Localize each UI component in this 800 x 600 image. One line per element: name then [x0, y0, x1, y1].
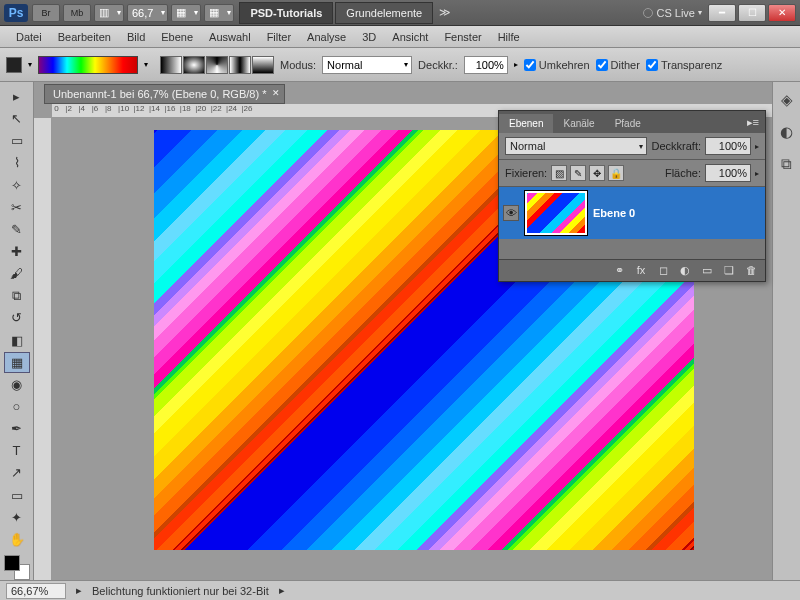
color-swatches[interactable]: [4, 555, 30, 580]
new-layer-icon[interactable]: ❏: [721, 264, 737, 277]
layer-row[interactable]: 👁 Ebene 0: [499, 187, 765, 239]
workspace-tab-active[interactable]: PSD-Tutorials: [239, 2, 333, 24]
menu-analyse[interactable]: Analyse: [299, 28, 354, 46]
zoom-dropdown[interactable]: 66,7: [127, 4, 168, 22]
lock-all-icon[interactable]: 🔒: [608, 165, 624, 181]
minibridge-button[interactable]: Mb: [63, 4, 91, 22]
more-workspaces[interactable]: ≫: [433, 6, 457, 19]
menu-fenster[interactable]: Fenster: [436, 28, 489, 46]
eyedropper-tool[interactable]: ✎: [4, 219, 30, 240]
group-icon[interactable]: ▭: [699, 264, 715, 277]
menu-ebene[interactable]: Ebene: [153, 28, 201, 46]
blur-tool[interactable]: ◉: [4, 374, 30, 395]
menu-auswahl[interactable]: Auswahl: [201, 28, 259, 46]
layer-name[interactable]: Ebene 0: [593, 207, 635, 219]
link-icon[interactable]: ⚭: [611, 264, 627, 277]
dodge-tool[interactable]: ○: [4, 396, 30, 417]
adjustments-icon[interactable]: ◐: [777, 122, 797, 142]
gradient-tool[interactable]: ▦: [4, 352, 30, 373]
gradient-preview[interactable]: [38, 56, 138, 74]
title-bar: Ps Br Mb ▥ 66,7 ▦ ▦ PSD-Tutorials Grunde…: [0, 0, 800, 26]
app-logo: Ps: [4, 4, 28, 22]
workspace-tab[interactable]: Grundelemente: [335, 2, 433, 24]
status-more-icon[interactable]: ▸: [279, 584, 285, 597]
document-tab[interactable]: Unbenannt-1 bei 66,7% (Ebene 0, RGB/8) *…: [44, 84, 285, 104]
lasso-tool[interactable]: ⌇: [4, 152, 30, 173]
stamp-tool[interactable]: ⧉: [4, 285, 30, 306]
gradient-linear[interactable]: [160, 56, 182, 74]
collapse-icon[interactable]: ▸: [4, 86, 30, 107]
fx-icon[interactable]: fx: [633, 264, 649, 277]
zoom-input[interactable]: 66,67%: [6, 583, 66, 599]
menu-bearbeiten[interactable]: Bearbeiten: [50, 28, 119, 46]
fill-input[interactable]: 100%: [705, 164, 751, 182]
shape-tool[interactable]: ▭: [4, 485, 30, 506]
layer-opacity-input[interactable]: 100%: [705, 137, 751, 155]
hand-tool[interactable]: ✋: [4, 529, 30, 550]
gradient-radial[interactable]: [183, 56, 205, 74]
menu-filter[interactable]: Filter: [259, 28, 299, 46]
brush-tool[interactable]: 🖌: [4, 263, 30, 284]
bridge-button[interactable]: Br: [32, 4, 60, 22]
lock-position-icon[interactable]: ✥: [589, 165, 605, 181]
menu-bar: Datei Bearbeiten Bild Ebene Auswahl Filt…: [0, 26, 800, 48]
mask-icon[interactable]: ◻: [655, 264, 671, 277]
layer-opacity-label: Deckkraft:: [651, 140, 701, 152]
reverse-checkbox[interactable]: Umkehren: [524, 59, 590, 71]
tab-kanaele[interactable]: Kanäle: [553, 114, 604, 133]
layers-panel: Ebenen Kanäle Pfade ▸≡ Normal Deckkraft:…: [498, 110, 766, 282]
arrange-dropdown[interactable]: ▦: [171, 4, 201, 22]
layer-thumbnail[interactable]: [525, 191, 587, 235]
close-button[interactable]: ✕: [768, 4, 796, 22]
visibility-icon[interactable]: 👁: [503, 205, 519, 221]
maximize-button[interactable]: ☐: [738, 4, 766, 22]
minimize-button[interactable]: ━: [708, 4, 736, 22]
tool-preset[interactable]: [6, 57, 22, 73]
layer-list: 👁 Ebene 0: [499, 187, 765, 259]
transparency-checkbox[interactable]: Transparenz: [646, 59, 722, 71]
pen-tool[interactable]: ✒: [4, 418, 30, 439]
tools-panel: ▸ ↖ ▭ ⌇ ✧ ✂ ✎ ✚ 🖌 ⧉ ↺ ◧ ▦ ◉ ○ ✒ T ↗ ▭ ✦ …: [0, 82, 34, 580]
move-tool[interactable]: ↖: [4, 108, 30, 129]
blend-mode-select[interactable]: Normal: [505, 137, 647, 155]
3d-tool[interactable]: ✦: [4, 507, 30, 528]
close-icon[interactable]: ✕: [272, 88, 280, 98]
layers-icon[interactable]: ◈: [777, 90, 797, 110]
panel-footer: ⚭ fx ◻ ◐ ▭ ❏ 🗑: [499, 259, 765, 281]
panel-menu-icon[interactable]: ▸≡: [741, 112, 765, 133]
status-bar: 66,67% ▸ Belichtung funktioniert nur bei…: [0, 580, 800, 600]
wand-tool[interactable]: ✧: [4, 175, 30, 196]
cslive-button[interactable]: CS Live▾: [643, 7, 702, 19]
history-brush-tool[interactable]: ↺: [4, 307, 30, 328]
adjustment-icon[interactable]: ◐: [677, 264, 693, 277]
opacity-input[interactable]: 100%: [464, 56, 508, 74]
menu-bild[interactable]: Bild: [119, 28, 153, 46]
lock-transparent-icon[interactable]: ▨: [551, 165, 567, 181]
lock-pixels-icon[interactable]: ✎: [570, 165, 586, 181]
menu-3d[interactable]: 3D: [354, 28, 384, 46]
menu-ansicht[interactable]: Ansicht: [384, 28, 436, 46]
heal-tool[interactable]: ✚: [4, 241, 30, 262]
gradient-reflected[interactable]: [229, 56, 251, 74]
screen-mode-dropdown[interactable]: ▥: [94, 4, 124, 22]
crop-tool[interactable]: ✂: [4, 197, 30, 218]
styles-icon[interactable]: ⧉: [777, 154, 797, 174]
tab-ebenen[interactable]: Ebenen: [499, 114, 553, 133]
gradient-diamond[interactable]: [252, 56, 274, 74]
options-bar: ▾ ▾ Modus: Normal Deckkr.: 100% ▸ Umkehr…: [0, 48, 800, 82]
opacity-label: Deckkr.:: [418, 59, 458, 71]
marquee-tool[interactable]: ▭: [4, 130, 30, 151]
menu-datei[interactable]: Datei: [8, 28, 50, 46]
tab-pfade[interactable]: Pfade: [605, 114, 651, 133]
path-tool[interactable]: ↗: [4, 462, 30, 483]
eraser-tool[interactable]: ◧: [4, 330, 30, 351]
type-tool[interactable]: T: [4, 440, 30, 461]
dither-checkbox[interactable]: Dither: [596, 59, 640, 71]
menu-hilfe[interactable]: Hilfe: [490, 28, 528, 46]
status-arrow-icon[interactable]: ▸: [76, 584, 82, 597]
ruler-vertical: [34, 118, 52, 580]
extras-dropdown[interactable]: ▦: [204, 4, 234, 22]
delete-icon[interactable]: 🗑: [743, 264, 759, 277]
gradient-angle[interactable]: [206, 56, 228, 74]
mode-select[interactable]: Normal: [322, 56, 412, 74]
